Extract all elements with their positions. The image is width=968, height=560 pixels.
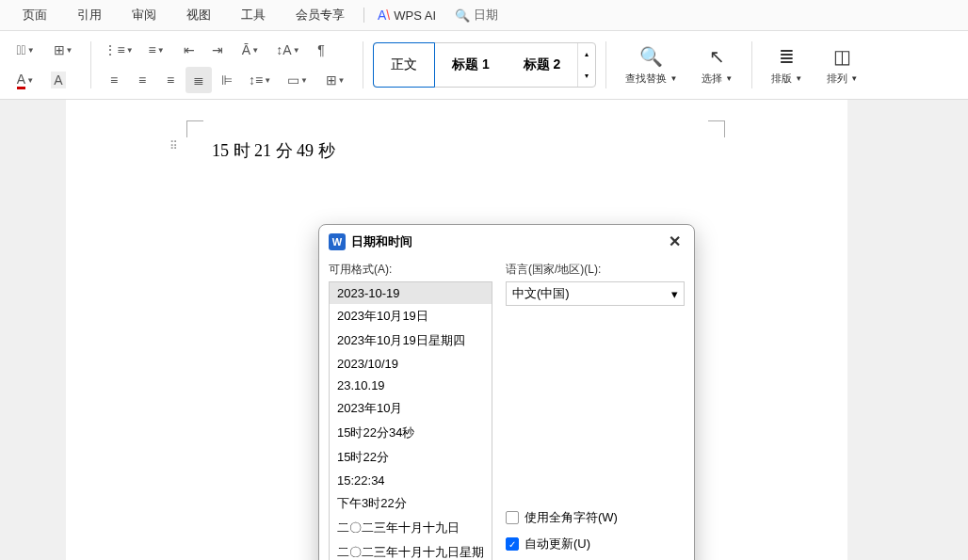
divider bbox=[363, 41, 363, 88]
format-item[interactable]: 2023年10月19日星期四 bbox=[330, 328, 492, 353]
fullwidth-label: 使用全角字符(W) bbox=[524, 509, 618, 526]
fullwidth-checkbox-row[interactable]: 使用全角字符(W) bbox=[506, 509, 685, 526]
date-time-dialog: W 日期和时间 ✕ 可用格式(A): 2023-10-19 2023年10月19… bbox=[318, 224, 695, 560]
format-item[interactable]: 2023年10月19日 bbox=[330, 304, 492, 328]
style-gallery: 正文 标题 1 标题 2 ▴ ▾ bbox=[373, 42, 596, 88]
divider bbox=[363, 8, 364, 23]
search-icon: 🔍 bbox=[455, 8, 470, 23]
find-replace-label: 查找替换 bbox=[625, 72, 667, 86]
numbering-button[interactable]: ≡▼ bbox=[138, 37, 174, 63]
format-item[interactable]: 15:22:34 bbox=[330, 470, 492, 491]
style-h2[interactable]: 标题 2 bbox=[507, 43, 578, 87]
find-replace-button[interactable]: 🔍 查找替换▼ bbox=[616, 45, 686, 86]
language-value: 中文(中国) bbox=[512, 285, 570, 302]
cursor-icon: ↖ bbox=[709, 45, 725, 68]
dialog-title-text: 日期和时间 bbox=[351, 233, 412, 250]
menu-reference[interactable]: 引用 bbox=[62, 0, 117, 31]
decrease-indent-button[interactable]: ⇤ bbox=[176, 37, 202, 63]
increase-indent-button[interactable]: ⇥ bbox=[204, 37, 231, 63]
divider bbox=[90, 41, 91, 88]
style-h1[interactable]: 标题 1 bbox=[435, 43, 507, 87]
menu-tools[interactable]: 工具 bbox=[226, 0, 281, 31]
sort-button[interactable]: ↕A▼ bbox=[270, 37, 306, 63]
style-up-button[interactable]: ▴ bbox=[578, 43, 595, 65]
layout-label: 排版 bbox=[771, 72, 792, 86]
char-scale-button[interactable]: Ā▼ bbox=[233, 37, 268, 63]
document-text[interactable]: 15 时 21 分 49 秒 bbox=[212, 139, 335, 162]
char-shading-button[interactable]: A bbox=[45, 67, 72, 93]
wps-ai-label: WPS AI bbox=[394, 8, 436, 23]
menu-view[interactable]: 视图 bbox=[171, 0, 226, 31]
style-down-button[interactable]: ▾ bbox=[578, 65, 595, 87]
format-item[interactable]: 23.10.19 bbox=[330, 375, 492, 396]
align-right-button[interactable]: ≡ bbox=[157, 67, 184, 93]
wps-ai-icon: A\ bbox=[378, 8, 390, 23]
autoupdate-label: 自动更新(U) bbox=[524, 536, 590, 552]
select-button[interactable]: ↖ 选择▼ bbox=[692, 45, 742, 86]
select-label: 选择 bbox=[702, 72, 722, 86]
format-label: 可用格式(A): bbox=[329, 262, 492, 278]
font-color-button[interactable]: A▼ bbox=[8, 67, 43, 93]
layout-button[interactable]: ≣ 排版▼ bbox=[762, 45, 812, 86]
checkbox-checked-icon: ✓ bbox=[506, 537, 519, 551]
arrange-button[interactable]: ◫ 排列▼ bbox=[817, 45, 867, 86]
format-item[interactable]: 二〇二三年十月十九日星期四 bbox=[330, 540, 492, 560]
arrange-label: 排列 bbox=[827, 72, 847, 86]
search-box[interactable]: 🔍 日期 bbox=[445, 7, 508, 24]
margin-corner-icon bbox=[186, 120, 203, 137]
format-item[interactable]: 15时22分34秒 bbox=[330, 421, 492, 445]
format-item[interactable]: 2023-10-19 bbox=[330, 282, 492, 304]
border-button[interactable]: ⊞▼ bbox=[317, 67, 353, 93]
shading-button[interactable]: ▭▼ bbox=[280, 67, 315, 93]
word-app-icon: W bbox=[329, 233, 346, 250]
show-marks-button[interactable]: ¶ bbox=[308, 37, 334, 63]
language-select[interactable]: 中文(中国) ▾ bbox=[506, 281, 685, 306]
divider bbox=[751, 41, 752, 88]
drag-handle-icon[interactable]: ⠿ bbox=[169, 139, 178, 152]
format-item[interactable]: 下午3时22分 bbox=[330, 491, 492, 516]
autoupdate-checkbox-row[interactable]: ✓ 自动更新(U) bbox=[506, 536, 685, 552]
menu-review[interactable]: 审阅 bbox=[117, 0, 171, 31]
close-button[interactable]: ✕ bbox=[665, 232, 685, 250]
search-text: 日期 bbox=[474, 7, 498, 24]
format-item[interactable]: 15时22分 bbox=[330, 445, 492, 470]
bullets-button[interactable]: ⋮≡▼ bbox=[101, 37, 137, 63]
arrange-icon: ◫ bbox=[833, 45, 851, 68]
format-list[interactable]: 2023-10-19 2023年10月19日 2023年10月19日星期四 20… bbox=[329, 281, 492, 560]
wps-ai-button[interactable]: A\ WPS AI bbox=[368, 8, 445, 23]
align-left-button[interactable]: ≡ bbox=[101, 67, 127, 93]
toolbar: 字̌▼ ⊞▼ A▼ A ⋮≡▼ ≡▼ ⇤ ⇥ Ā▼ ↕A▼ ¶ ≡ ≡ ≡ ≣ … bbox=[0, 31, 968, 100]
layout-icon: ≣ bbox=[779, 45, 795, 68]
align-center-button[interactable]: ≡ bbox=[129, 67, 155, 93]
divider bbox=[605, 41, 606, 88]
search-icon: 🔍 bbox=[639, 45, 663, 68]
line-spacing-button[interactable]: ↕≡▼ bbox=[242, 67, 278, 93]
format-item[interactable]: 2023年10月 bbox=[330, 396, 492, 421]
menubar: 页面 引用 审阅 视图 工具 会员专享 A\ WPS AI 🔍 日期 bbox=[0, 0, 968, 31]
style-body[interactable]: 正文 bbox=[373, 42, 435, 88]
menu-page[interactable]: 页面 bbox=[8, 0, 62, 31]
margin-corner-icon bbox=[708, 120, 725, 137]
dialog-titlebar: W 日期和时间 ✕ bbox=[319, 225, 694, 258]
document-area: ⠿ 15 时 21 分 49 秒 W 日期和时间 ✕ 可用格式(A): 2023… bbox=[0, 100, 968, 560]
menu-member[interactable]: 会员专享 bbox=[281, 0, 360, 31]
format-item[interactable]: 2023/10/19 bbox=[330, 353, 492, 375]
chevron-down-icon: ▾ bbox=[671, 287, 678, 301]
checkbox-unchecked-icon bbox=[506, 511, 519, 524]
format-item[interactable]: 二〇二三年十月十九日 bbox=[330, 516, 492, 540]
language-label: 语言(国家/地区)(L): bbox=[506, 262, 685, 278]
phonetic-guide-button[interactable]: 字̌▼ bbox=[8, 37, 43, 63]
style-scroll: ▴ ▾ bbox=[577, 43, 595, 87]
char-border-button[interactable]: ⊞▼ bbox=[45, 37, 81, 63]
align-justify-button[interactable]: ≣ bbox=[186, 67, 212, 93]
distribute-button[interactable]: ⊫ bbox=[214, 67, 240, 93]
